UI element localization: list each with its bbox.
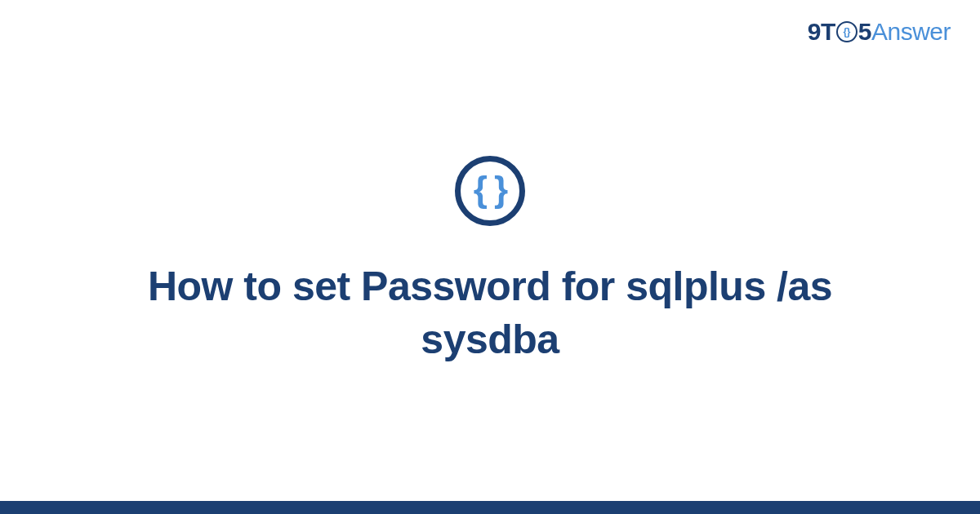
main-content: { } How to set Password for sqlplus /as …	[0, 0, 980, 514]
page-title: How to set Password for sqlplus /as sysd…	[90, 260, 890, 366]
footer-accent-bar	[0, 501, 980, 514]
code-braces-icon: { }	[474, 171, 506, 207]
category-badge: { }	[455, 156, 525, 226]
